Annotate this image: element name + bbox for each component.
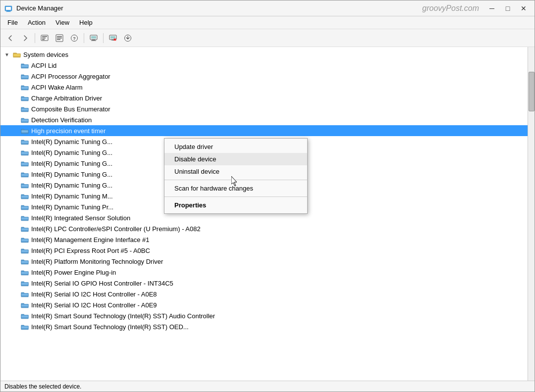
folder-icon bbox=[20, 312, 29, 319]
device-manager-window: Device Manager groovyPost.com ─ □ ✕ File… bbox=[0, 0, 535, 392]
device-tree[interactable]: ▼ System devices ACPI Lid bbox=[0, 47, 528, 381]
item-label: Intel(R) Management Engine Interface #1 bbox=[31, 236, 149, 244]
list-item[interactable]: Intel(R) Power Engine Plug-in bbox=[0, 267, 528, 278]
menu-view[interactable]: View bbox=[51, 17, 74, 28]
title-bar-controls: groovyPost.com ─ □ ✕ bbox=[422, 2, 531, 14]
toolbar-separator-2 bbox=[84, 33, 84, 43]
item-label: Intel(R) Dynamic Tuning G... bbox=[31, 182, 112, 189]
window-title: Device Manager bbox=[16, 4, 63, 12]
item-label: Intel(R) Dynamic Tuning Pr... bbox=[31, 203, 113, 211]
ctx-update-driver[interactable]: Update driver bbox=[164, 141, 307, 153]
folder-icon bbox=[20, 138, 29, 145]
svg-rect-1 bbox=[6, 7, 11, 10]
list-item[interactable]: Composite Bus Enumerator bbox=[0, 103, 528, 114]
list-item[interactable]: Intel(R) Serial IO I2C Host Controller -… bbox=[0, 289, 528, 299]
computer-view-button[interactable] bbox=[87, 31, 101, 45]
toolbar-separator-3 bbox=[103, 33, 104, 43]
svg-rect-3 bbox=[6, 11, 11, 12]
item-label: Intel(R) Dynamic Tuning M... bbox=[31, 193, 113, 200]
folder-icon bbox=[20, 301, 29, 308]
high-precision-event-timer-item[interactable]: High precision event timer bbox=[0, 125, 528, 136]
svg-rect-16 bbox=[92, 40, 95, 41]
maximize-button[interactable]: □ bbox=[501, 2, 515, 14]
list-item[interactable]: Charge Arbitration Driver bbox=[0, 93, 528, 103]
item-label: Intel(R) Dynamic Tuning G... bbox=[31, 149, 112, 156]
menu-action[interactable]: Action bbox=[23, 17, 51, 28]
help-icon: ? bbox=[70, 34, 78, 42]
folder-icon bbox=[20, 236, 29, 243]
forward-icon bbox=[22, 35, 29, 42]
folder-icon bbox=[20, 149, 29, 156]
folder-icon bbox=[20, 203, 29, 210]
item-label: ACPI Processor Aggregator bbox=[31, 73, 110, 80]
item-label: ACPI Wake Alarm bbox=[31, 84, 83, 91]
item-label: Intel(R) Platform Monitoring Technology … bbox=[31, 258, 163, 265]
title-bar-left: Device Manager bbox=[4, 4, 63, 12]
folder-icon bbox=[20, 280, 29, 287]
scrollbar[interactable] bbox=[528, 47, 535, 381]
list-item[interactable]: Intel(R) LPC Controller/eSPI Controller … bbox=[0, 223, 528, 234]
menu-bar: File Action View Help bbox=[0, 16, 535, 29]
status-bar: Disables the selected device. bbox=[0, 381, 535, 392]
menu-help[interactable]: Help bbox=[74, 17, 98, 28]
back-icon bbox=[7, 35, 14, 42]
svg-rect-11 bbox=[57, 39, 60, 40]
scrollbar-thumb[interactable] bbox=[529, 72, 535, 111]
list-item[interactable]: Intel(R) Serial IO I2C Host Controller -… bbox=[0, 299, 528, 310]
item-label: Intel(R) Dynamic Tuning G... bbox=[31, 160, 112, 167]
list-item[interactable]: Intel(R) PCI Express Root Port #5 - A0BC bbox=[0, 245, 528, 256]
properties-icon bbox=[41, 34, 49, 42]
list-icon bbox=[55, 34, 63, 42]
folder-icon bbox=[20, 247, 29, 254]
menu-file[interactable]: File bbox=[2, 17, 23, 28]
list-item[interactable]: ACPI Lid bbox=[0, 60, 528, 71]
svg-rect-10 bbox=[57, 38, 62, 39]
minimize-button[interactable]: ─ bbox=[485, 2, 499, 14]
list-item[interactable]: ACPI Processor Aggregator bbox=[0, 71, 528, 82]
folder-icon bbox=[12, 51, 21, 58]
svg-rect-7 bbox=[42, 39, 45, 40]
svg-rect-17 bbox=[91, 40, 96, 41]
download-button[interactable] bbox=[121, 31, 135, 45]
close-button[interactable]: ✕ bbox=[517, 2, 531, 14]
ctx-properties[interactable]: Properties bbox=[164, 199, 307, 211]
item-label: Intel(R) Smart Sound Technology (Intel(R… bbox=[31, 323, 189, 331]
item-label: ACPI Lid bbox=[31, 62, 56, 69]
ctx-uninstall-device[interactable]: Uninstall device bbox=[164, 165, 307, 178]
folder-icon bbox=[20, 182, 29, 189]
list-item[interactable]: Intel(R) Serial IO GPIO Host Controller … bbox=[0, 278, 528, 289]
charge-arbitration-driver-label: Charge Arbitration Driver bbox=[31, 95, 102, 102]
list-item[interactable]: Intel(R) Smart Sound Technology (Intel(R… bbox=[0, 321, 528, 332]
list-view-button[interactable] bbox=[53, 31, 66, 45]
folder-icon bbox=[20, 323, 29, 330]
high-precision-event-timer-label: High precision event timer bbox=[31, 127, 106, 135]
computer-icon bbox=[90, 34, 98, 42]
item-label: Intel(R) Smart Sound Technology (Intel(R… bbox=[31, 312, 215, 320]
tree-root-system-devices[interactable]: ▼ System devices bbox=[0, 49, 528, 60]
ctx-separator-1 bbox=[164, 180, 307, 180]
list-item[interactable]: ACPI Wake Alarm bbox=[0, 82, 528, 93]
forward-button[interactable] bbox=[18, 31, 32, 45]
help-button[interactable]: ? bbox=[67, 31, 81, 45]
svg-rect-15 bbox=[91, 36, 96, 39]
ctx-disable-device[interactable]: Disable device bbox=[164, 153, 307, 165]
item-label: Intel(R) Serial IO I2C Host Controller -… bbox=[31, 291, 157, 298]
list-item[interactable]: Intel(R) Management Engine Interface #1 bbox=[0, 234, 528, 245]
ctx-scan-hardware[interactable]: Scan for hardware changes bbox=[164, 182, 307, 195]
item-label: Intel(R) PCI Express Root Port #5 - A0BC bbox=[31, 247, 150, 254]
list-item[interactable]: Intel(R) Integrated Sensor Solution bbox=[0, 212, 528, 223]
remove-button[interactable] bbox=[106, 31, 120, 45]
folder-icon bbox=[20, 73, 29, 80]
list-item[interactable]: Intel(R) Smart Sound Technology (Intel(R… bbox=[0, 310, 528, 321]
folder-icon bbox=[20, 225, 29, 232]
list-item[interactable]: Detection Verification bbox=[0, 114, 528, 125]
back-button[interactable] bbox=[3, 31, 17, 45]
svg-rect-6 bbox=[42, 38, 46, 39]
list-item[interactable]: Intel(R) Platform Monitoring Technology … bbox=[0, 256, 528, 267]
folder-icon bbox=[20, 193, 29, 199]
properties-toolbar-button[interactable] bbox=[38, 31, 52, 45]
folder-icon bbox=[20, 269, 29, 276]
expand-icon: ▼ bbox=[4, 52, 12, 57]
folder-icon bbox=[20, 291, 29, 297]
content-area: ▼ System devices ACPI Lid bbox=[0, 47, 535, 381]
